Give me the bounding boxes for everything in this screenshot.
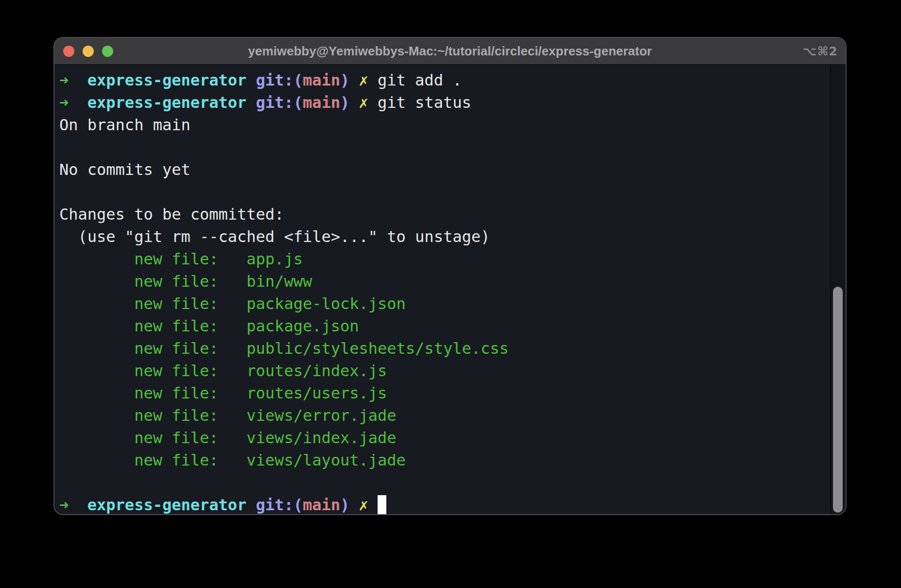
terminal-line: new file: app.js [59,248,826,270]
close-button[interactable] [63,46,74,57]
terminal-text-segment: main [303,496,340,514]
terminal-text-segment: (use "git rm --cached <file>..." to unst… [59,227,490,246]
terminal-text-segment: new file: routes/index.js [59,362,387,380]
terminal-line: Changes to be committed: [59,203,826,225]
terminal-line: new file: bin/www [59,270,826,293]
terminal-text-segment: new file: views/error.jade [59,406,397,425]
terminal-text-segment: ✗ [359,93,368,112]
terminal-line: new file: public/stylesheets/style.css [59,337,826,360]
terminal-text-segment: new file: package.json [59,317,359,335]
terminal-text-segment: ) [340,93,349,112]
terminal-line: ➜ express-generator git:(main) ✗ git add… [59,69,826,91]
terminal-text-segment: new file: views/index.jade [59,429,397,447]
terminal-text-segment [349,71,359,89]
terminal-line: ➜ express-generator git:(main) ✗ git sta… [59,91,826,114]
terminal-text-segment: main [303,93,340,112]
terminal-text-segment: express-generator [87,71,247,89]
terminal-line [59,136,826,158]
terminal-text-segment: new file: app.js [59,250,303,268]
terminal-text-segment [246,93,256,112]
terminal-text-segment: git add . [368,71,462,89]
traffic-lights [63,38,113,64]
terminal-text-segment: Changes to be committed: [59,205,284,224]
terminal-text-segment: On branch main [59,116,191,134]
terminal-text-segment: git:( [256,71,303,89]
terminal-text-segment: ➜ [59,71,69,89]
terminal-text-segment: new file: package-lock.json [59,294,406,313]
zoom-button[interactable] [102,46,113,57]
terminal-text-segment: ➜ [59,93,69,112]
terminal-text-segment: ✗ [359,71,368,89]
text-cursor [378,495,386,515]
terminal-text-segment [69,496,87,514]
terminal-text-segment [368,496,378,514]
terminal-text-segment [69,71,87,89]
terminal-text-segment: new file: public/stylesheets/style.css [59,339,509,358]
terminal-line: new file: views/layout.jade [59,449,826,471]
terminal-output: ➜ express-generator git:(main) ✗ git add… [54,65,846,515]
title-bar[interactable]: yemiwebby@Yemiwebbys-Mac:~/tutorial/circ… [54,38,846,65]
window-shortcut-label: ⌥⌘2 [803,38,838,64]
terminal-text-segment: git status [368,93,471,112]
terminal-line: ➜ express-generator git:(main) ✗ [59,494,826,515]
terminal-text-segment: ) [340,496,349,514]
window-title: yemiwebby@Yemiwebbys-Mac:~/tutorial/circ… [248,44,652,59]
terminal-line [59,471,826,494]
terminal-line: new file: views/error.jade [59,404,826,427]
terminal-line: (use "git rm --cached <file>..." to unst… [59,225,826,248]
terminal-text-segment [349,496,359,514]
terminal-text-segment: ✗ [359,496,368,514]
terminal-text-segment: new file: routes/users.js [59,384,387,402]
terminal-text-segment: ) [340,71,349,89]
terminal-text-segment [349,93,359,112]
terminal-line: new file: views/index.jade [59,427,826,449]
terminal-text-segment [246,496,256,514]
scrollbar-thumb[interactable] [833,287,843,513]
terminal-content[interactable]: ➜ express-generator git:(main) ✗ git add… [54,65,846,515]
scrollbar-track[interactable] [830,65,846,515]
terminal-window: yemiwebby@Yemiwebbys-Mac:~/tutorial/circ… [53,37,847,515]
terminal-line: No commits yet [59,158,826,181]
terminal-line: new file: routes/index.js [59,360,826,382]
terminal-line: new file: package-lock.json [59,293,826,315]
terminal-text-segment: main [303,71,340,89]
terminal-text-segment [246,71,256,89]
terminal-text-segment: new file: views/layout.jade [59,451,406,469]
terminal-text-segment: express-generator [87,496,247,514]
terminal-text-segment: git:( [256,496,303,514]
terminal-line: new file: package.json [59,315,826,337]
terminal-text-segment: new file: bin/www [59,272,312,291]
minimize-button[interactable] [83,46,94,57]
terminal-text-segment: git:( [256,93,303,112]
terminal-line: new file: routes/users.js [59,382,826,404]
terminal-text-segment: ➜ [59,496,69,514]
terminal-text-segment: No commits yet [59,160,191,179]
terminal-line [59,181,826,203]
terminal-text-segment [69,93,87,112]
terminal-text-segment: express-generator [87,93,247,112]
terminal-line: On branch main [59,114,826,136]
